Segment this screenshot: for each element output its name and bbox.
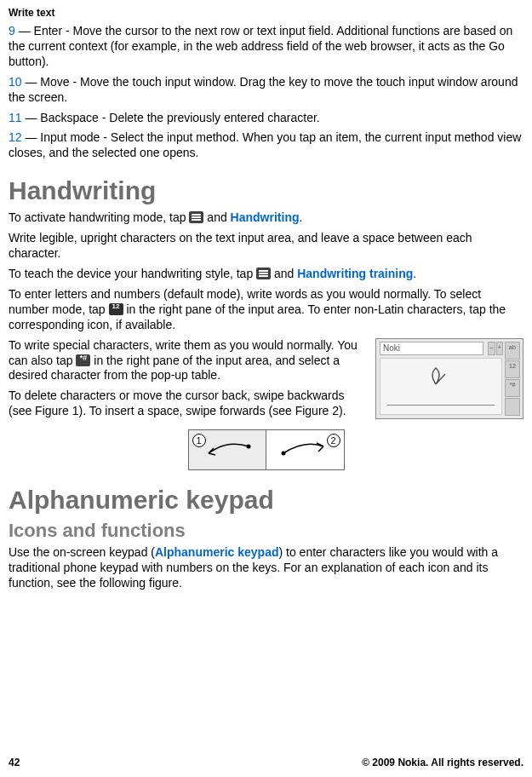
handwriting-panel-figure: Noki – + ab 12 *#: [375, 338, 523, 419]
mode-number-icon: 12: [505, 360, 520, 378]
collapse-icon: –: [488, 342, 495, 355]
handwriting-number-mode: To enter letters and numbers (default mo…: [9, 287, 523, 333]
mode-alpha-icon: ab: [505, 342, 520, 360]
symbol-mode-icon: [76, 354, 90, 366]
handwriting-input-area: [380, 358, 502, 415]
item-11: 11 — Backspace - Delete the previously e…: [9, 111, 523, 126]
item-number: 10: [9, 75, 22, 89]
handwriting-stroke-icon: [423, 365, 449, 386]
copyright-text: © 2009 Nokia. All rights reserved.: [362, 757, 523, 768]
expand-icon: +: [496, 342, 504, 355]
item-text: — Backspace - Delete the previously ente…: [25, 111, 319, 124]
swipe-back-icon: [202, 441, 253, 458]
handwriting-heading: Handwriting: [9, 176, 523, 205]
figure-badge-2: 2: [327, 434, 340, 447]
swipe-forward-icon: [279, 441, 330, 458]
page-header: Write text: [9, 7, 523, 19]
text-fragment: and: [207, 210, 230, 224]
item-number: 12: [9, 130, 22, 144]
item-text: — Input mode - Select the input method. …: [9, 130, 521, 159]
item-9: 9 — Enter - Move the cursor to the next …: [9, 24, 523, 70]
svg-point-0: [246, 445, 250, 449]
item-number: 9: [9, 24, 15, 37]
svg-point-1: [282, 452, 286, 456]
mode-symbol-icon: *#: [505, 379, 520, 397]
item-text: — Enter - Move the cursor to the next ro…: [9, 24, 512, 68]
text-fragment: To activate handwriting mode, tap: [9, 210, 189, 224]
item-10: 10 — Move - Move the touch input window.…: [9, 75, 523, 106]
page-footer: 42 © 2009 Nokia. All rights reserved.: [9, 757, 523, 768]
text-fragment: To teach the device your handwriting sty…: [9, 267, 256, 280]
alpha-heading: Alphanumeric keypad: [9, 486, 523, 515]
item-12: 12 — Input mode - Select the input metho…: [9, 130, 523, 161]
text-fragment: and: [274, 267, 297, 280]
page-number: 42: [9, 757, 20, 768]
figure-2: 2: [266, 430, 344, 469]
figure-1: 1: [189, 430, 266, 469]
options-icon: [256, 268, 271, 279]
menu-icon: [189, 211, 203, 223]
alpha-description: Use the on-screen keypad (Alphanumeric k…: [9, 545, 523, 591]
text-fragment: .: [300, 210, 303, 224]
item-number: 11: [9, 111, 22, 124]
alpha-subheading: Icons and functions: [9, 520, 523, 542]
text-fragment: .: [413, 267, 416, 280]
handwriting-activate: To activate handwriting mode, tap and Ha…: [9, 210, 523, 226]
handwriting-instructions: Write legible, upright characters on the…: [9, 231, 523, 262]
handwriting-training-link[interactable]: Handwriting training: [297, 267, 413, 280]
handwriting-link[interactable]: Handwriting: [231, 210, 300, 224]
handwriting-training: To teach the device your handwriting sty…: [9, 267, 523, 282]
sample-text-field: Noki: [380, 342, 483, 355]
item-text: — Move - Move the touch input window. Dr…: [9, 75, 518, 104]
alpha-keypad-link[interactable]: Alphanumeric keypad: [155, 545, 279, 559]
figure-badge-1: 1: [192, 434, 206, 447]
swipe-figures: 1 2: [188, 429, 345, 470]
text-fragment: Use the on-screen keypad (: [9, 545, 155, 559]
number-mode-icon: [109, 303, 123, 315]
mode-other-icon: [505, 398, 520, 416]
header-title: Write text: [9, 7, 54, 19]
